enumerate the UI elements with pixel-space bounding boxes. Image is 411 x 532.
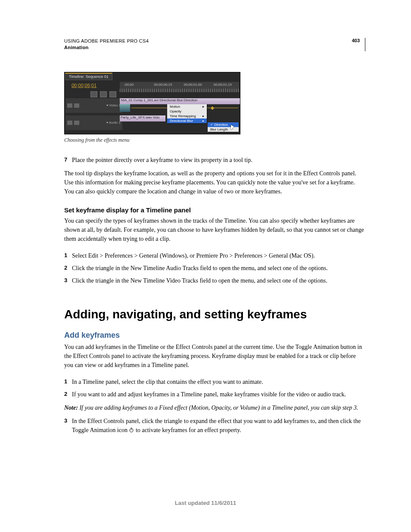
- snap-icon: [90, 91, 97, 97]
- timeline-tool-icons: [90, 91, 116, 97]
- video-track-header: ▾ Video 1: [65, 98, 122, 113]
- speaker-icon: [67, 121, 72, 125]
- step-2: 2 Click the triangle in the New Timeline…: [64, 264, 365, 273]
- section-name: Animation: [64, 44, 347, 51]
- body-paragraph: The tool tip displays the keyframe locat…: [64, 169, 365, 196]
- footer-last-updated: Last updated 11/6/2011: [0, 500, 411, 506]
- timeline-screenshot: Timeline: Sequence 01 00;00;06;01 ;00;00…: [64, 72, 240, 134]
- doc-title: USING ADOBE PREMIERE PRO CS4: [64, 38, 347, 44]
- figure-caption: Choosing from the effects menu: [64, 137, 365, 143]
- marker-icon: [100, 91, 107, 97]
- lock-icon: [74, 121, 79, 125]
- body-paragraph: You can specify the types of keyframes s…: [64, 216, 365, 243]
- timeline-tab: Timeline: Sequence 01: [65, 73, 112, 80]
- time-ruler: ;00;00 00;00;00;15 00;00;01;00 00;00;01;…: [120, 82, 239, 92]
- step-1: 1 In a Timeline panel, select the clip t…: [64, 377, 365, 386]
- menu-item: Time Remapping▸: [167, 114, 207, 118]
- svg-rect-2: [131, 428, 132, 428]
- note-label: Note:: [64, 404, 79, 411]
- current-timecode: 00;00;06;01: [72, 83, 97, 88]
- menu-item: Opacity: [167, 109, 207, 114]
- subheading-set-keyframe-display: Set keyframe display for a Timeline pane…: [64, 206, 365, 214]
- toggle-animation-icon: [129, 426, 134, 431]
- cursor-icon: [231, 125, 235, 130]
- heading-adding-navigating: Adding, navigating, and setting keyframe…: [64, 308, 365, 321]
- step-7: 7 Place the pointer directly over a keyf…: [64, 156, 365, 165]
- page-number: 403: [347, 38, 360, 43]
- clip-thumbnail: [120, 104, 130, 112]
- step-3: 3 Click the triangle in the New Timeline…: [64, 276, 365, 285]
- step-3: 3 In the Effect Controls panel, click th…: [64, 417, 365, 435]
- effects-context-menu: Motion▸ Opacity Time Remapping▸ Directio…: [167, 104, 207, 123]
- video-clip: 58A_01 Comp 1_001.avi Directional Blur:D…: [120, 98, 240, 104]
- keyframe-dot: [211, 106, 214, 110]
- step-2: 2 If you want to add and adjust keyframe…: [64, 390, 365, 399]
- heading-add-keyframes: Add keyframes: [64, 331, 365, 340]
- audio-clip: Party_Life_SFX.wav Volu: [120, 115, 165, 121]
- audio-track-header: ▾ Audio 1: [65, 115, 122, 130]
- note-body: If you are adding keyframes to a Fixed e…: [79, 404, 358, 411]
- zoom-icon: [109, 91, 116, 97]
- eye-icon: [67, 103, 72, 108]
- menu-item: Motion▸: [167, 104, 207, 109]
- lock-icon: [74, 103, 79, 108]
- body-paragraph: You can add keyframes in the Timeline or…: [64, 342, 365, 370]
- page-header: USING ADOBE PREMIERE PRO CS4 Animation 4…: [64, 38, 365, 51]
- menu-item-highlighted: Directional Blur▸: [167, 118, 207, 123]
- note: Note: If you are adding keyframes to a F…: [64, 403, 365, 412]
- figure-effects-menu: Timeline: Sequence 01 00;00;06;01 ;00;00…: [64, 72, 365, 134]
- step-1: 1 Select Edit > Preferences > General (W…: [64, 251, 365, 260]
